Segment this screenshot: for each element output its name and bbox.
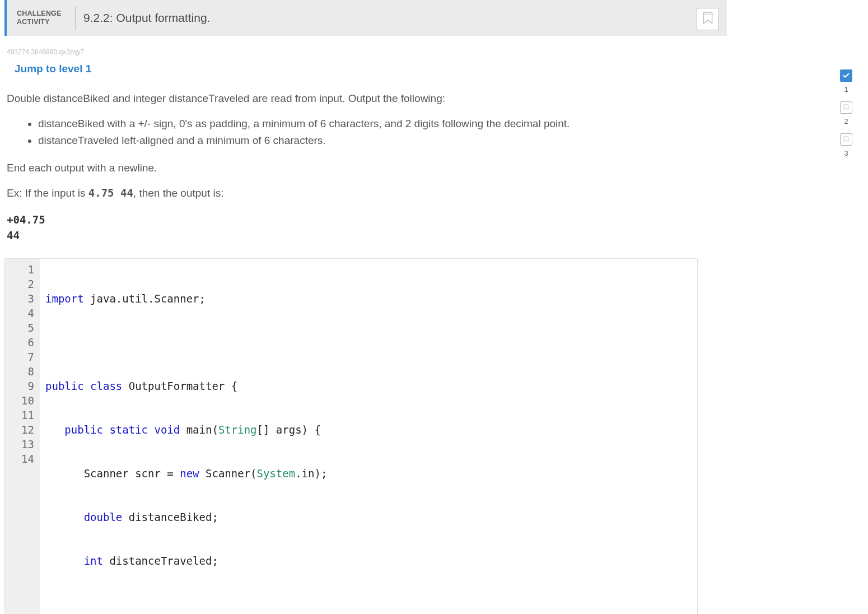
- code-token: distanceTraveled;: [103, 555, 218, 567]
- activity-title: 9.2.2: Output formatting.: [83, 11, 210, 25]
- level-1-box[interactable]: [840, 69, 852, 82]
- example-input: 4.75 44: [88, 187, 133, 199]
- intro-text: Double distanceBiked and integer distanc…: [7, 91, 725, 107]
- code-token: [] args) {: [257, 424, 321, 436]
- code-indent: [45, 555, 84, 567]
- code-token: System: [257, 467, 296, 480]
- jump-to-level-link[interactable]: Jump to level 1: [15, 63, 727, 75]
- instructions: Double distanceBiked and integer distanc…: [4, 91, 727, 244]
- list-item: distanceBiked with a +/- sign, 0's as pa…: [38, 116, 725, 132]
- code-token: import: [45, 292, 84, 305]
- code-token: double: [84, 511, 123, 523]
- level-1-label: 1: [844, 85, 848, 94]
- code-token: String: [218, 424, 257, 436]
- level-progress: 1 2 3: [840, 69, 852, 157]
- bookmark-icon: [842, 136, 850, 143]
- code-token: java.util.Scanner;: [84, 292, 206, 305]
- level-2-label: 2: [844, 117, 848, 125]
- code-token: distanceBiked;: [122, 511, 218, 523]
- code-token: public static void: [64, 424, 180, 436]
- code-indent: [45, 424, 64, 436]
- level-2-box[interactable]: [840, 101, 852, 114]
- question-id: 493274.3646990.qx3zqy7: [4, 48, 727, 56]
- header-divider: [75, 6, 76, 30]
- example-line: Ex: If the input is 4.75 44, then the ou…: [7, 185, 725, 202]
- code-editor[interactable]: 1234567 891011121314 import java.util.Sc…: [4, 258, 698, 615]
- code-token: OutputFormatter {: [122, 380, 237, 392]
- line-numbers: 1234567 891011121314: [5, 259, 40, 615]
- activity-header: CHALLENGE ACTIVITY 9.2.2: Output formatt…: [4, 0, 727, 36]
- code-area[interactable]: import java.util.Scanner; public class O…: [40, 259, 697, 615]
- code-indent: [45, 511, 84, 523]
- end-note: End each output with a newline.: [7, 160, 725, 176]
- code-token: .in);: [295, 467, 327, 480]
- code-token: public class: [45, 380, 122, 392]
- level-3-box[interactable]: [840, 133, 852, 146]
- list-item: distanceTraveled left-aligned and a mini…: [38, 133, 725, 149]
- code-token: Scanner(: [199, 467, 257, 480]
- code-indent: [45, 467, 84, 480]
- level-3-label: 3: [844, 149, 848, 157]
- code-token: int: [84, 555, 103, 567]
- code-token: Scanner scnr =: [84, 467, 180, 480]
- example-suffix: , then the output is:: [133, 187, 224, 199]
- bookmark-icon: [842, 104, 850, 111]
- bookmark-icon[interactable]: [697, 8, 719, 30]
- activity-label: CHALLENGE ACTIVITY: [17, 10, 67, 26]
- check-icon: [842, 72, 850, 80]
- code-token: new: [180, 467, 199, 480]
- example-output: +04.75 44: [7, 212, 725, 244]
- example-prefix: Ex: If the input is: [7, 187, 88, 199]
- requirements-list: distanceBiked with a +/- sign, 0's as pa…: [7, 116, 725, 149]
- activity-container: CHALLENGE ACTIVITY 9.2.2: Output formatt…: [4, 0, 727, 614]
- code-token: main(: [180, 424, 218, 436]
